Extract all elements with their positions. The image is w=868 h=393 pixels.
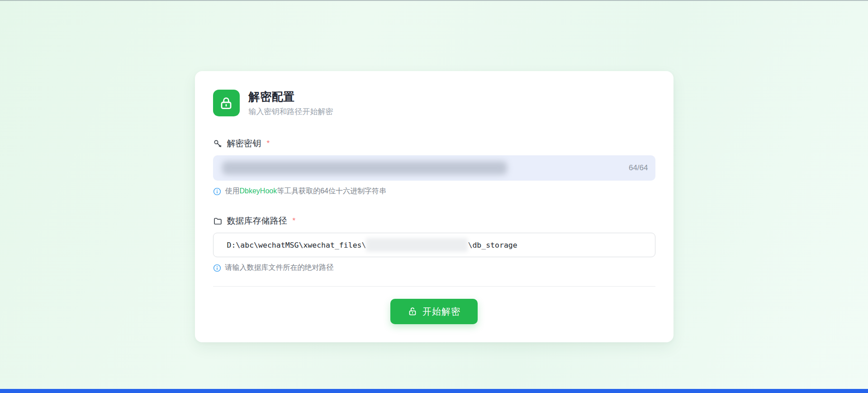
path-field-label-row: 数据库存储路径 * <box>213 215 655 227</box>
path-hint-row: 请输入数据库文件所在的绝对路径 <box>213 263 655 273</box>
key-hint-row: 使用DbkeyHook等工具获取的64位十六进制字符串 <box>213 187 655 196</box>
decrypt-config-card: 解密配置 输入密钥和路径开始解密 解密密钥 * 64/64 <box>195 71 674 342</box>
lock-icon <box>213 90 240 116</box>
info-icon <box>213 264 221 272</box>
key-hint-prefix: 使用 <box>225 187 240 195</box>
path-input[interactable]: D:\abc\wechatMSG\xwechat_files\\db_stora… <box>213 233 655 257</box>
page-title: 解密配置 <box>249 89 333 104</box>
bottom-taskbar-strip <box>0 389 868 393</box>
submit-row: 开始解密 <box>213 299 655 324</box>
top-hairline <box>0 0 868 1</box>
key-field-label-row: 解密密钥 * <box>213 138 655 149</box>
start-decrypt-label: 开始解密 <box>422 306 460 318</box>
key-hint-suffix: 等工具获取的64位十六进制字符串 <box>277 187 386 195</box>
unlock-icon <box>408 307 417 316</box>
path-value-prefix: D:\abc\wechatMSG\xwechat_files\ <box>227 241 366 249</box>
key-char-counter: 64/64 <box>629 163 648 173</box>
key-input[interactable]: 64/64 <box>213 155 655 181</box>
path-field-section: 数据库存储路径 * D:\abc\wechatMSG\xwechat_files… <box>213 215 655 273</box>
key-required-mark: * <box>267 139 270 148</box>
divider <box>213 286 655 287</box>
path-field-label: 数据库存储路径 <box>227 215 287 227</box>
path-value-suffix: \db_storage <box>468 241 517 249</box>
key-icon <box>213 139 223 149</box>
key-redacted-value <box>222 161 507 175</box>
page-subtitle: 输入密钥和路径开始解密 <box>249 106 333 117</box>
dbkeyhook-link[interactable]: DbkeyHook <box>240 187 277 195</box>
path-hint-text: 请输入数据库文件所在的绝对路径 <box>225 263 334 273</box>
card-header: 解密配置 输入密钥和路径开始解密 <box>213 89 655 117</box>
info-icon <box>213 187 221 196</box>
path-redacted-segment <box>366 238 468 252</box>
header-texts: 解密配置 输入密钥和路径开始解密 <box>249 89 333 117</box>
key-field-section: 解密密钥 * 64/64 使用DbkeyHook等工具获取的64位十六进制字符串 <box>213 138 655 196</box>
path-required-mark: * <box>293 216 296 225</box>
folder-icon <box>213 216 223 226</box>
key-field-label: 解密密钥 <box>227 138 261 149</box>
start-decrypt-button[interactable]: 开始解密 <box>390 299 478 324</box>
key-hint-text: 使用DbkeyHook等工具获取的64位十六进制字符串 <box>225 187 387 196</box>
